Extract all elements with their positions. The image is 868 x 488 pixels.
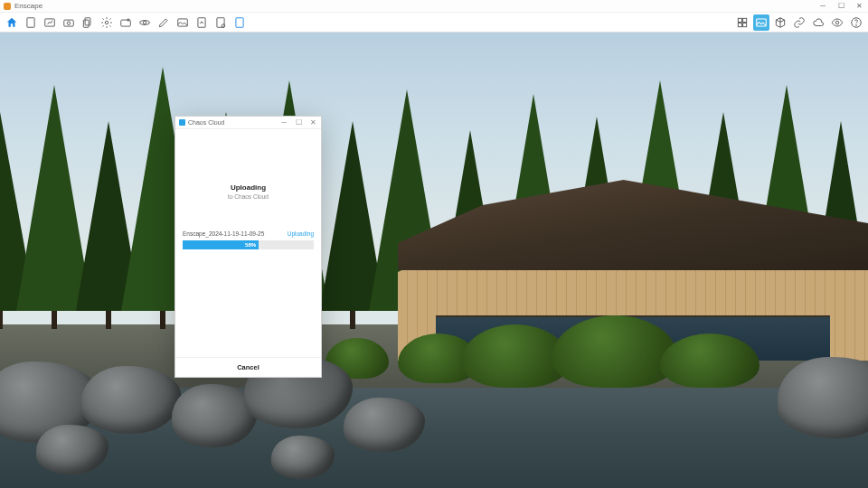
dialog-window-controls: ─ ☐ ✕ [279, 118, 317, 127]
svg-point-23 [856, 24, 857, 25]
svg-rect-11 [178, 18, 188, 25]
orbit-button[interactable] [137, 14, 153, 31]
image-button[interactable] [175, 14, 191, 31]
render-viewport[interactable]: /* decorative */ [0, 33, 868, 488]
share-button[interactable] [118, 14, 134, 31]
cloud-app-icon [179, 119, 185, 126]
app-title: Enscape [14, 2, 42, 10]
svg-point-6 [105, 21, 108, 24]
minimize-button[interactable]: ─ [817, 2, 828, 11]
svg-rect-2 [64, 20, 74, 26]
upload-progress-bar: 58% [183, 240, 314, 249]
svg-rect-12 [198, 17, 205, 27]
upload-progress-fill: 58% [183, 240, 259, 249]
svg-rect-15 [236, 17, 243, 27]
upload-subheading: to Chaos Cloud [183, 193, 314, 200]
svg-rect-19 [743, 23, 747, 26]
dialog-titlebar[interactable]: Chaos Cloud ─ ☐ ✕ [175, 117, 321, 129]
app-titlebar: Enscape ─ ☐ ✕ [0, 0, 868, 13]
app-title-area: Enscape [4, 2, 42, 10]
link-button[interactable] [791, 14, 807, 31]
home-button[interactable] [4, 14, 20, 31]
dashboard-button[interactable] [42, 14, 58, 31]
copy-button[interactable] [80, 14, 96, 31]
svg-point-3 [67, 21, 71, 23]
dialog-minimize-button[interactable]: ─ [279, 118, 288, 127]
svg-rect-17 [743, 18, 747, 22]
document-button[interactable] [23, 14, 39, 31]
upload-file-row: Enscape_2024-11-19-11-09-25 Uploading [183, 230, 314, 237]
new-file-button[interactable] [231, 14, 248, 31]
upload-progress-label: 58% [245, 242, 256, 248]
visibility-button[interactable] [829, 14, 845, 31]
dialog-maximize-button[interactable]: ☐ [294, 118, 303, 127]
settings-button[interactable] [99, 14, 115, 31]
svg-point-9 [143, 21, 146, 24]
dialog-close-button[interactable]: ✕ [308, 118, 317, 127]
main-toolbar [0, 13, 868, 33]
upload-status: Uploading [288, 230, 314, 237]
dialog-heading: Uploading to Chaos Cloud [183, 183, 314, 200]
svg-rect-13 [217, 17, 224, 27]
svg-rect-5 [83, 20, 89, 27]
edit-button[interactable] [156, 14, 172, 31]
grid-button[interactable] [734, 14, 750, 31]
svg-rect-0 [27, 17, 34, 27]
svg-rect-4 [85, 17, 90, 24]
svg-rect-16 [738, 18, 741, 22]
svg-point-21 [835, 21, 839, 24]
scene-button[interactable] [193, 14, 210, 31]
dialog-footer: Cancel [175, 357, 321, 377]
svg-rect-20 [757, 18, 767, 25]
cube-button[interactable] [772, 14, 788, 31]
cancel-button[interactable]: Cancel [237, 363, 259, 371]
upload-dialog: Chaos Cloud ─ ☐ ✕ Uploading to Chaos Clo… [175, 116, 322, 378]
configure-button[interactable] [212, 14, 229, 31]
cloud-button[interactable] [810, 14, 826, 31]
window-controls: ─ ☐ ✕ [817, 2, 864, 11]
camera-button[interactable] [61, 14, 77, 31]
upload-heading: Uploading [183, 183, 314, 192]
maximize-button[interactable]: ☐ [835, 2, 846, 11]
upload-filename: Enscape_2024-11-19-11-09-25 [183, 230, 264, 237]
active-view-button[interactable] [753, 14, 769, 31]
dialog-title: Chaos Cloud [188, 119, 224, 126]
dialog-title-area: Chaos Cloud [179, 119, 224, 126]
app-icon [4, 3, 11, 10]
dialog-body: Uploading to Chaos Cloud Enscape_2024-11… [175, 129, 321, 357]
svg-rect-18 [738, 23, 741, 26]
close-button[interactable]: ✕ [854, 2, 864, 11]
help-button[interactable] [848, 14, 864, 31]
